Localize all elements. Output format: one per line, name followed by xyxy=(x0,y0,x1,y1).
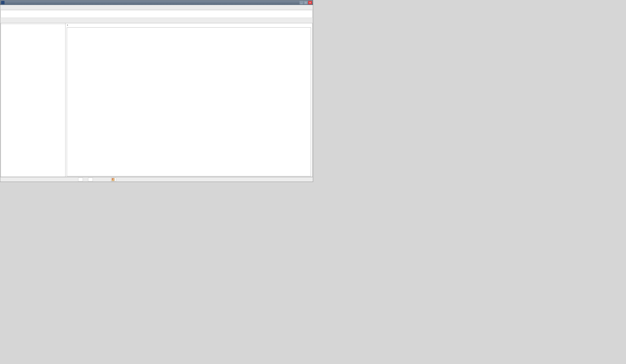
minimize-button[interactable]: _ xyxy=(300,1,303,4)
toolbar xyxy=(1,10,313,18)
sidebar xyxy=(1,23,66,177)
content-area: ◂ ▴ ▾ xyxy=(1,23,313,177)
sheet-icon xyxy=(112,178,115,181)
status-empty-cells xyxy=(78,178,83,182)
chart-title xyxy=(67,28,311,29)
app-window: _ □ × ◂ ▴ ▾ xyxy=(0,0,313,182)
chart-panel xyxy=(67,27,311,176)
status-rowcol xyxy=(88,178,93,182)
close-button[interactable]: × xyxy=(308,1,312,4)
chart-svg xyxy=(67,29,311,167)
main-panel: ◂ ▴ ▾ xyxy=(66,23,312,177)
chart-legend xyxy=(67,167,311,168)
tab-strip xyxy=(0,18,313,23)
menubar xyxy=(0,5,313,10)
breadcrumb: ◂ xyxy=(66,23,312,27)
tree xyxy=(1,24,65,25)
svg-rect-1 xyxy=(112,179,113,180)
breadcrumb-arrow-icon: ◂ xyxy=(67,24,68,26)
status-icon[interactable] xyxy=(111,178,116,182)
app-icon xyxy=(1,1,4,4)
maximize-button[interactable]: □ xyxy=(304,1,308,4)
titlebar: _ □ × xyxy=(0,0,313,5)
statusbar xyxy=(0,177,313,182)
